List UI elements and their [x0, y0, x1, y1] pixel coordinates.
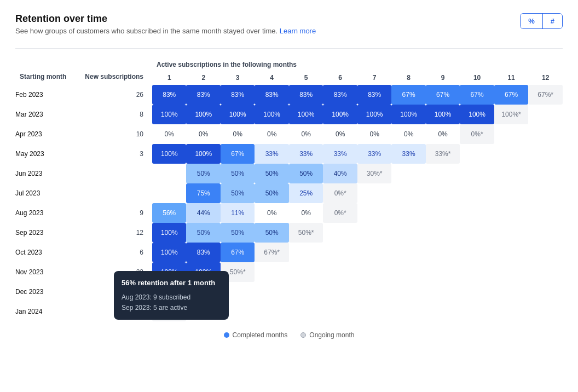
- retention-cell[interactable]: 33%: [255, 144, 288, 164]
- retention-cell[interactable]: 67%*: [255, 243, 288, 262]
- retention-cell[interactable]: [460, 223, 494, 243]
- retention-cell[interactable]: [289, 262, 323, 282]
- retention-cell[interactable]: 100%: [391, 105, 425, 124]
- retention-cell[interactable]: [528, 223, 563, 243]
- retention-cell[interactable]: 83%: [323, 85, 357, 105]
- retention-cell[interactable]: 100%: [323, 105, 357, 124]
- retention-cell[interactable]: [528, 144, 563, 164]
- retention-cell[interactable]: [494, 164, 528, 183]
- retention-cell[interactable]: 50%: [289, 164, 323, 183]
- retention-cell[interactable]: [528, 164, 563, 183]
- retention-cell[interactable]: 0%: [255, 124, 288, 144]
- retention-cell[interactable]: [460, 282, 494, 302]
- retention-cell[interactable]: 75%*: [186, 282, 220, 302]
- retention-cell[interactable]: [323, 243, 357, 262]
- retention-cell[interactable]: 100%: [186, 105, 220, 124]
- retention-cell[interactable]: 100%: [186, 262, 220, 282]
- retention-cell[interactable]: 50%: [255, 183, 288, 203]
- retention-cell[interactable]: [528, 183, 563, 203]
- retention-cell[interactable]: 0%: [152, 124, 186, 144]
- retention-cell[interactable]: [528, 282, 563, 302]
- retention-cell[interactable]: 67%: [391, 85, 425, 105]
- retention-cell[interactable]: [391, 262, 425, 282]
- retention-cell[interactable]: [391, 164, 425, 183]
- retention-cell[interactable]: [426, 282, 460, 302]
- retention-cell[interactable]: 100%: [426, 105, 460, 124]
- percent-toggle-btn[interactable]: %: [521, 14, 543, 28]
- retention-cell[interactable]: 50%: [221, 164, 255, 183]
- retention-cell[interactable]: 0%: [221, 124, 255, 144]
- retention-cell[interactable]: 50%: [255, 164, 288, 183]
- retention-cell[interactable]: [391, 243, 425, 262]
- retention-cell[interactable]: 100%: [152, 144, 186, 164]
- retention-cell[interactable]: 100%: [289, 105, 323, 124]
- retention-cell[interactable]: [494, 124, 528, 144]
- retention-cell[interactable]: [528, 302, 563, 321]
- retention-cell[interactable]: [460, 262, 494, 282]
- retention-cell[interactable]: 0%: [186, 124, 220, 144]
- retention-cell[interactable]: [460, 243, 494, 262]
- retention-cell[interactable]: 0%: [289, 124, 323, 144]
- retention-cell[interactable]: 50%: [186, 223, 220, 243]
- retention-cell[interactable]: [357, 183, 391, 203]
- retention-cell[interactable]: [221, 302, 255, 321]
- retention-cell[interactable]: 50%: [221, 223, 255, 243]
- retention-cell[interactable]: [391, 302, 425, 321]
- retention-cell[interactable]: [221, 282, 255, 302]
- retention-cell[interactable]: [391, 183, 425, 203]
- retention-cell[interactable]: 0%: [289, 203, 323, 223]
- retention-cell[interactable]: [357, 262, 391, 282]
- retention-cell[interactable]: 83%: [186, 85, 220, 105]
- retention-cell[interactable]: 100%: [152, 223, 186, 243]
- retention-cell[interactable]: 100%: [460, 105, 494, 124]
- retention-cell[interactable]: [528, 243, 563, 262]
- retention-cell[interactable]: [323, 302, 357, 321]
- retention-cell[interactable]: 83%: [221, 85, 255, 105]
- retention-cell[interactable]: [494, 302, 528, 321]
- retention-cell[interactable]: [323, 282, 357, 302]
- retention-cell[interactable]: [426, 262, 460, 282]
- retention-cell[interactable]: [460, 203, 494, 223]
- retention-cell[interactable]: 11%: [221, 203, 255, 223]
- retention-cell[interactable]: [289, 243, 323, 262]
- retention-cell[interactable]: 33%*: [426, 144, 460, 164]
- retention-cell[interactable]: 50%*: [289, 223, 323, 243]
- retention-cell[interactable]: [494, 223, 528, 243]
- retention-cell[interactable]: 67%*: [528, 85, 563, 105]
- retention-cell[interactable]: 33%: [391, 144, 425, 164]
- retention-cell[interactable]: [494, 203, 528, 223]
- retention-cell[interactable]: [494, 282, 528, 302]
- retention-cell[interactable]: 0%: [255, 203, 288, 223]
- retention-cell[interactable]: 100%: [221, 105, 255, 124]
- retention-cell[interactable]: [255, 302, 288, 321]
- retention-cell[interactable]: 83%: [289, 85, 323, 105]
- learn-more-link[interactable]: Learn more: [280, 27, 316, 35]
- retention-cell[interactable]: 100%: [357, 105, 391, 124]
- retention-cell[interactable]: [391, 223, 425, 243]
- retention-cell[interactable]: 100%: [152, 105, 186, 124]
- retention-cell[interactable]: [357, 282, 391, 302]
- retention-cell[interactable]: [528, 262, 563, 282]
- retention-cell[interactable]: [391, 282, 425, 302]
- retention-cell[interactable]: 67%: [494, 85, 528, 105]
- hash-toggle-btn[interactable]: #: [543, 14, 562, 28]
- retention-cell[interactable]: [426, 243, 460, 262]
- retention-cell[interactable]: 83%: [186, 243, 220, 262]
- retention-cell[interactable]: [426, 302, 460, 321]
- retention-cell[interactable]: 0%*: [323, 203, 357, 223]
- retention-cell[interactable]: 25%: [289, 183, 323, 203]
- retention-cell[interactable]: [460, 183, 494, 203]
- retention-cell[interactable]: 0%: [323, 124, 357, 144]
- retention-cell[interactable]: [186, 302, 220, 321]
- retention-cell[interactable]: [426, 223, 460, 243]
- retention-cell[interactable]: [494, 262, 528, 282]
- retention-cell[interactable]: 100%*: [152, 302, 186, 321]
- retention-cell[interactable]: 100%: [255, 105, 288, 124]
- retention-cell[interactable]: [528, 105, 563, 124]
- retention-cell[interactable]: [528, 203, 563, 223]
- retention-cell[interactable]: [426, 183, 460, 203]
- retention-cell[interactable]: [357, 302, 391, 321]
- retention-cell[interactable]: 83%: [357, 85, 391, 105]
- retention-cell[interactable]: [323, 223, 357, 243]
- retention-cell[interactable]: 67%: [426, 85, 460, 105]
